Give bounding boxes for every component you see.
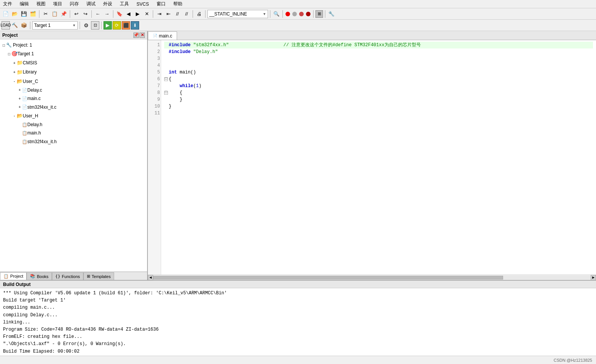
tree-main-c[interactable]: + 📄 main.c (2, 94, 146, 103)
menu-svcs[interactable]: SVCS (135, 2, 151, 7)
clear-bookmark-button[interactable]: ✕ (143, 10, 151, 18)
copy-button[interactable]: 📋 (50, 10, 59, 18)
grid-button[interactable]: ⊞ (315, 10, 323, 18)
collapse-8[interactable]: □ (164, 91, 168, 95)
download-button[interactable]: ⬇ (131, 21, 139, 30)
redo-button[interactable]: ↪ (81, 10, 89, 18)
scroll-right-arrow[interactable]: ▶ (591, 275, 596, 280)
tree-cmsis[interactable]: + 📁 CMSIS (2, 58, 146, 67)
output-line-4: compiling Delay.c... (3, 312, 593, 319)
menu-file[interactable]: 文件 (2, 1, 14, 7)
tab-templates[interactable]: ⊞ Templates (83, 272, 114, 280)
paren-open-7: ( (193, 83, 196, 89)
scroll-thumb[interactable] (153, 276, 503, 280)
stm32-it-c-file-icon: 📄 (22, 103, 27, 111)
cut-button[interactable]: ✂ (41, 10, 50, 18)
editor-tab-label: main.c (159, 33, 172, 39)
menu-edit[interactable]: 编辑 (18, 1, 30, 7)
build-button[interactable]: ▶ (104, 21, 112, 30)
debug-icon3[interactable] (306, 12, 311, 16)
output-line-1: *** Using Compiler 'V5.06 update 1 (buil… (3, 290, 593, 297)
comment-button[interactable]: // (173, 10, 182, 18)
panel-close-button[interactable]: ✕ (140, 33, 145, 38)
sep10 (313, 10, 314, 18)
tree-project[interactable]: □ 🔧 Project: 1 (2, 41, 146, 49)
menu-flash[interactable]: 闪存 (68, 1, 80, 7)
menu-debug[interactable]: 调试 (85, 1, 97, 7)
brace-8: { (180, 89, 182, 96)
debug-pause-button[interactable] (292, 12, 297, 16)
func-5: main() (180, 69, 196, 76)
load-icon[interactable]: LOAD (2, 21, 10, 30)
tab-project[interactable]: 📋 Project (0, 272, 27, 280)
back-button[interactable]: ← (94, 10, 102, 18)
line-num-10: 10 (149, 103, 160, 110)
batch-build-button[interactable]: 📦 (20, 21, 28, 30)
delay-c-file-icon: 📄 (22, 87, 27, 94)
target-dropdown[interactable]: Target 1 ▼ (32, 21, 78, 30)
paren-close-7: ) (199, 83, 201, 89)
menu-window[interactable]: 窗口 (155, 1, 167, 7)
paste-button[interactable]: 📌 (60, 10, 68, 18)
tree-delay-c[interactable]: + 📄 Delay.c (2, 86, 146, 94)
menu-help[interactable]: 帮助 (172, 1, 184, 7)
line-num-2: 2 (149, 48, 160, 55)
target-options-button[interactable]: ⚙ (82, 21, 90, 30)
menu-view[interactable]: 视图 (35, 1, 47, 7)
tree-delay-h-label: Delay.h (27, 121, 42, 128)
tree-user-c[interactable]: - 📂 User_C (2, 77, 146, 86)
scroll-left-arrow[interactable]: ◀ (148, 275, 153, 280)
uncomment-button[interactable]: // (182, 10, 191, 18)
expand-target1: □ (7, 51, 11, 57)
compile-button[interactable]: 🔨 (11, 21, 19, 30)
manage-button[interactable]: ⊡ (91, 21, 99, 30)
indent-button[interactable]: ⇥ (155, 10, 163, 18)
expand-cmsis: + (12, 60, 17, 66)
brace-10: } (169, 103, 171, 110)
rebuild-button[interactable]: ⟳ (113, 21, 121, 30)
code-content[interactable]: #include "stm32f4xx.h" // 注意更改这个文件的#defi… (161, 40, 596, 275)
bookmark-button[interactable]: 🔖 (115, 10, 124, 18)
undo-button[interactable]: ↩ (72, 10, 80, 18)
search-button[interactable]: 🔍 (272, 10, 281, 18)
tree-stm32-it-h[interactable]: 📋 stm32f4xx_it.h (2, 137, 146, 146)
menu-project[interactable]: 项目 (52, 1, 64, 7)
menu-tools[interactable]: 工具 (118, 1, 130, 7)
prev-bookmark-button[interactable]: ◀ (124, 10, 133, 18)
new-file-button[interactable]: 📄 (2, 10, 10, 18)
tab-functions[interactable]: {} Functions (52, 272, 83, 280)
main-area: Project 📌 ✕ □ 🔧 Project: 1 □ 🎯 Target 1 … (0, 31, 596, 280)
open-file-button[interactable]: 📂 (11, 10, 19, 18)
forward-button[interactable]: → (103, 10, 111, 18)
debug-icon2[interactable] (299, 12, 304, 16)
unindent-button[interactable]: ⇤ (164, 10, 173, 18)
save-button[interactable]: 💾 (20, 10, 28, 18)
print-button[interactable]: 🖨 (195, 10, 203, 18)
editor-tab-main-c[interactable]: 📄 main.c (148, 31, 177, 40)
tree-main-h[interactable]: 📋 main.h (2, 129, 146, 137)
save-all-button[interactable]: 🗂️ (29, 10, 37, 18)
tree-library[interactable]: + 📁 Library (2, 68, 146, 77)
tree-target1[interactable]: □ 🎯 Target 1 (2, 49, 146, 58)
code-line-8: □ { (164, 89, 593, 96)
tab-books[interactable]: 📚 Books (27, 272, 52, 280)
tab-project-icon: 📋 (3, 274, 9, 279)
tree-user-h[interactable]: - 📂 User_H (2, 111, 146, 120)
tree-delay-h[interactable]: 📋 Delay.h (2, 120, 146, 129)
editor-area: 📄 main.c 1 2 3 4 5 6 7 8 9 10 11 (148, 31, 596, 280)
stop-build-button[interactable]: ⬛ (122, 21, 130, 30)
function-dropdown[interactable]: __STATIC_INLINE ▼ (207, 10, 268, 18)
next-bookmark-button[interactable]: ▶ (133, 10, 142, 18)
output-line-7: FromELF: creating hex file... (3, 333, 593, 341)
tree-cmsis-label: CMSIS (23, 59, 37, 67)
debug-stop-button[interactable] (285, 12, 290, 16)
menu-peripheral[interactable]: 外设 (102, 1, 114, 7)
tab-books-label: Books (37, 274, 49, 279)
tree-stm32-it-c[interactable]: + 📄 stm32f4xx_it.c (2, 103, 146, 111)
expand-main-c: + (17, 95, 22, 102)
project-tree: □ 🔧 Project: 1 □ 🎯 Target 1 + 📁 CMSIS + … (0, 39, 147, 272)
settings-button[interactable]: 🔧 (327, 10, 336, 18)
tab-project-label: Project (10, 274, 23, 278)
panel-pin-button[interactable]: 📌 (133, 33, 139, 38)
collapse-6[interactable]: □ (164, 77, 168, 81)
